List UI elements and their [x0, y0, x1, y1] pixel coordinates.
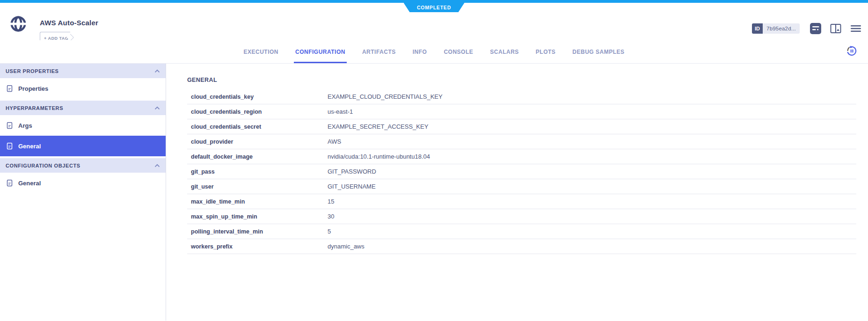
param-key: cloud_credentials_key	[187, 94, 328, 100]
chevron-up-icon	[154, 106, 160, 110]
document-icon	[6, 122, 13, 129]
document-icon	[6, 142, 13, 150]
experiment-id-value: 7b95ea2d...	[763, 23, 800, 34]
globe-logo-icon	[10, 15, 27, 32]
section-configuration-objects[interactable]: CONFIGURATION OBJECTS	[0, 158, 166, 173]
document-icon	[6, 85, 13, 92]
tab-configuration[interactable]: CONFIGURATION	[294, 40, 347, 63]
param-value: EXAMPLE_SECRET_ACCESS_KEY	[328, 123, 428, 130]
table-row: cloud_credentials_key EXAMPLE_CLOUD_CRED…	[187, 89, 856, 104]
hamburger-menu-icon[interactable]	[850, 22, 862, 35]
table-row: git_user GIT_USERNAME	[187, 179, 856, 194]
table-row: max_idle_time_min 15	[187, 194, 856, 209]
param-key: default_docker_image	[187, 153, 328, 160]
tab-scalars[interactable]: SCALARS	[489, 40, 520, 63]
status-ribbon: COMPLETED	[404, 3, 465, 12]
section-hyperparameters[interactable]: HYPERPARAMETERS	[0, 101, 166, 115]
tab-console[interactable]: CONSOLE	[442, 40, 474, 63]
table-row: git_pass GIT_PASSWORD	[187, 164, 856, 179]
param-value: 30	[328, 213, 334, 220]
sidebar-item-properties[interactable]: Properties	[0, 78, 166, 99]
param-value: GIT_PASSWORD	[328, 168, 376, 175]
experiment-id-chip[interactable]: ID 7b95ea2d...	[752, 23, 800, 34]
param-key: max_spin_up_time_min	[187, 213, 328, 220]
table-row: cloud_credentials_secret EXAMPLE_SECRET_…	[187, 119, 856, 134]
params-section-title: GENERAL	[187, 77, 856, 83]
param-key: git_pass	[187, 168, 328, 175]
table-row: cloud_credentials_region us-east-1	[187, 104, 856, 119]
tab-plots[interactable]: PLOTS	[534, 40, 557, 63]
tab-artifacts[interactable]: ARTIFACTS	[361, 40, 397, 63]
tab-info[interactable]: INFO	[411, 40, 429, 63]
param-value: GIT_USERNAME	[328, 183, 376, 190]
param-value: us-east-1	[328, 108, 353, 115]
param-key: cloud_provider	[187, 139, 328, 145]
details-panel-icon[interactable]	[810, 22, 822, 35]
sidebar-item-general-configobj[interactable]: General	[0, 173, 166, 193]
param-value: nvidia/cuda:10.1-runtime-ubuntu18.04	[328, 153, 430, 160]
table-row: workers_prefix dynamic_aws	[187, 239, 856, 254]
param-key: git_user	[187, 183, 328, 190]
status-bar: COMPLETED	[0, 0, 868, 3]
param-key: workers_prefix	[187, 243, 328, 250]
chevron-up-icon	[154, 164, 160, 168]
params-table: cloud_credentials_key EXAMPLE_CLOUD_CRED…	[187, 89, 856, 254]
param-key: cloud_credentials_region	[187, 109, 328, 115]
parameters-sidebar: USER PROPERTIES Properties HYPERPARAMETE…	[0, 64, 166, 321]
document-icon	[6, 179, 13, 187]
hyperparameters-panel: GENERAL cloud_credentials_key EXAMPLE_CL…	[166, 64, 868, 321]
param-value: dynamic_aws	[328, 243, 365, 250]
compare-split-view-icon[interactable]	[830, 22, 842, 35]
tab-execution[interactable]: EXECUTION	[242, 40, 280, 63]
param-value: 15	[328, 198, 334, 205]
sidebar-item-general-hyperparams[interactable]: General	[0, 136, 166, 156]
experiment-tab-bar: EXECUTION CONFIGURATION ARTIFACTS INFO C…	[0, 40, 868, 64]
sidebar-item-args[interactable]: Args	[0, 115, 166, 136]
param-key: cloud_credentials_secret	[187, 124, 328, 130]
chevron-up-icon	[154, 69, 160, 73]
param-value: 5	[328, 228, 331, 235]
table-row: default_docker_image nvidia/cuda:10.1-ru…	[187, 149, 856, 164]
tab-debug-samples[interactable]: DEBUG SAMPLES	[571, 40, 626, 63]
table-row: max_spin_up_time_min 30	[187, 209, 856, 224]
id-badge: ID	[752, 23, 763, 34]
param-key: max_idle_time_min	[187, 198, 328, 205]
param-value: EXAMPLE_CLOUD_CREDENTIALS_KEY	[328, 93, 443, 100]
table-row: polling_interval_time_min 5	[187, 224, 856, 239]
auto-refresh-icon[interactable]	[846, 45, 858, 58]
experiment-title: AWS Auto-Scaler	[40, 19, 98, 27]
section-user-properties[interactable]: USER PROPERTIES	[0, 64, 166, 78]
param-key: polling_interval_time_min	[187, 228, 328, 235]
param-value: AWS	[328, 138, 341, 145]
table-row: cloud_provider AWS	[187, 134, 856, 149]
status-label: COMPLETED	[417, 5, 451, 10]
